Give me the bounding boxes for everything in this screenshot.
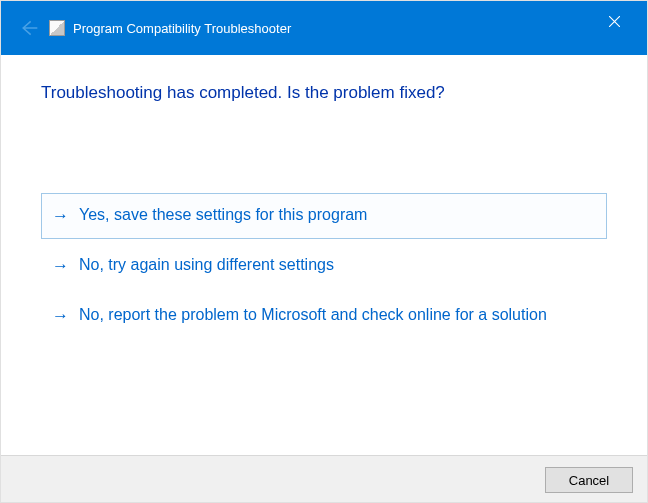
content-area: Troubleshooting has completed. Is the pr… bbox=[1, 55, 647, 455]
close-button[interactable] bbox=[592, 7, 637, 35]
option-list: → Yes, save these settings for this prog… bbox=[41, 193, 607, 338]
back-arrow-icon bbox=[15, 18, 43, 38]
page-heading: Troubleshooting has completed. Is the pr… bbox=[41, 83, 607, 103]
option-label: No, try again using different settings bbox=[79, 254, 596, 276]
option-label: Yes, save these settings for this progra… bbox=[79, 204, 596, 226]
option-yes-save[interactable]: → Yes, save these settings for this prog… bbox=[41, 193, 607, 239]
option-no-report[interactable]: → No, report the problem to Microsoft an… bbox=[41, 293, 607, 339]
option-label: No, report the problem to Microsoft and … bbox=[79, 304, 596, 326]
option-no-retry[interactable]: → No, try again using different settings bbox=[41, 243, 607, 289]
cancel-button[interactable]: Cancel bbox=[545, 467, 633, 493]
close-icon bbox=[609, 16, 620, 27]
footer-bar: Cancel bbox=[1, 455, 647, 503]
arrow-right-icon: → bbox=[52, 254, 69, 278]
arrow-right-icon: → bbox=[52, 304, 69, 328]
app-icon bbox=[49, 20, 65, 36]
window-title: Program Compatibility Troubleshooter bbox=[73, 21, 291, 36]
titlebar: Program Compatibility Troubleshooter bbox=[1, 1, 647, 55]
arrow-right-icon: → bbox=[52, 204, 69, 228]
